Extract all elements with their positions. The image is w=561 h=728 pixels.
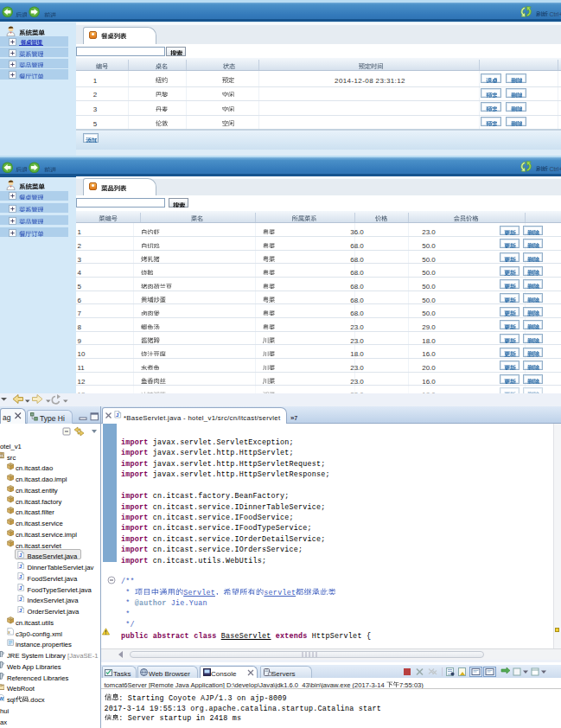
svg-text:J: J <box>18 608 21 613</box>
svg-text:J: J <box>18 564 21 569</box>
svg-text:W: W <box>0 696 3 701</box>
svg-text:J: J <box>116 412 118 418</box>
svg-text:J: J <box>18 585 21 591</box>
svg-text:J: J <box>18 574 21 579</box>
svg-text:x: x <box>8 629 10 635</box>
svg-text:J: J <box>18 552 21 558</box>
svg-text:J: J <box>18 597 21 602</box>
